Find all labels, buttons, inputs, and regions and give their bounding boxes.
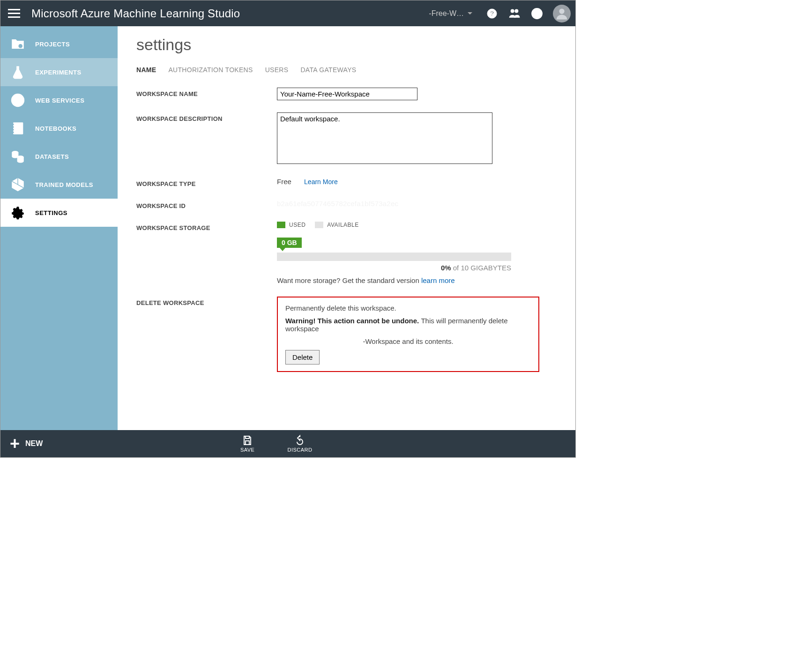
storage-want-more: Want more storage? Get the standard vers… bbox=[277, 276, 421, 284]
sidebar-item-web-services[interactable]: WEB SERVICES bbox=[0, 86, 118, 114]
menu-hamburger-button[interactable] bbox=[8, 5, 25, 22]
delete-permanent-text: Permanently delete this workspace. bbox=[285, 304, 531, 312]
storage-percent: 0% bbox=[441, 264, 451, 272]
settings-tabs: NAME AUTHORIZATION TOKENS USERS DATA GAT… bbox=[136, 66, 557, 74]
tab-authorization-tokens[interactable]: AUTHORIZATION TOKENS bbox=[168, 66, 253, 74]
sidebar-item-label: DATASETS bbox=[35, 153, 69, 160]
tab-data-gateways[interactable]: DATA GATEWAYS bbox=[300, 66, 356, 74]
sidebar-item-label: EXPERIMENTS bbox=[35, 69, 82, 76]
people-icon[interactable] bbox=[506, 5, 523, 22]
sidebar-item-label: SETTINGS bbox=[35, 209, 67, 216]
content-area: settings NAME AUTHORIZATION TOKENS USERS… bbox=[118, 26, 575, 430]
delete-warning-bold: Warning! This action cannot be undone. bbox=[285, 317, 421, 325]
top-bar: Microsoft Azure Machine Learning Studio … bbox=[0, 0, 575, 26]
discard-label: DISCARD bbox=[287, 447, 312, 453]
sidebar-item-trained-models[interactable]: TRAINED MODELS bbox=[0, 171, 118, 199]
storage-legend-available: AVAILABLE bbox=[327, 222, 358, 228]
svg-rect-19 bbox=[246, 441, 249, 445]
storage-caption: 0% of 10 GIGABYTES bbox=[277, 264, 511, 272]
delete-button[interactable]: Delete bbox=[285, 350, 320, 364]
svg-rect-9 bbox=[20, 44, 21, 46]
workspace-type-label: WORKSPACE TYPE bbox=[136, 178, 277, 187]
available-swatch-icon bbox=[315, 222, 323, 228]
sidebar-item-projects[interactable]: PROJECTS bbox=[0, 30, 118, 58]
used-swatch-icon bbox=[277, 222, 285, 228]
save-button[interactable]: SAVE bbox=[240, 435, 255, 453]
cube-icon bbox=[9, 177, 27, 193]
workspace-name-label: WORKSPACE NAME bbox=[136, 88, 277, 97]
svg-point-4 bbox=[532, 8, 542, 19]
app-title: Microsoft Azure Machine Learning Studio bbox=[31, 7, 240, 20]
flask-icon bbox=[9, 64, 27, 80]
storage-used-badge: 0 GB bbox=[277, 238, 302, 248]
page-title: settings bbox=[136, 36, 557, 54]
storage-total: of 10 GIGABYTES bbox=[451, 264, 511, 272]
smile-icon[interactable] bbox=[529, 5, 545, 22]
workspace-description-input[interactable] bbox=[277, 112, 492, 164]
plus-icon: + bbox=[10, 435, 20, 452]
workspace-dropdown[interactable]: -Free-W… bbox=[429, 9, 472, 18]
gear-icon bbox=[9, 205, 27, 221]
new-button-label: NEW bbox=[25, 439, 43, 448]
delete-workspace-panel: Permanently delete this workspace. Warni… bbox=[277, 297, 539, 372]
database-icon bbox=[9, 149, 27, 164]
tab-users[interactable]: USERS bbox=[265, 66, 289, 74]
sidebar-item-label: TRAINED MODELS bbox=[35, 181, 93, 188]
svg-rect-12 bbox=[12, 124, 14, 125]
workspace-name-input[interactable] bbox=[277, 88, 417, 100]
discard-icon bbox=[294, 435, 305, 446]
svg-point-6 bbox=[538, 12, 539, 13]
workspace-storage-label: WORKSPACE STORAGE bbox=[136, 222, 277, 231]
sidebar-item-experiments[interactable]: EXPERIMENTS bbox=[0, 58, 118, 86]
workspace-type-value: Free bbox=[277, 178, 291, 186]
delete-warning-line2: -Workspace and its contents. bbox=[285, 337, 531, 345]
globe-icon bbox=[9, 92, 27, 108]
sidebar: PROJECTS EXPERIMENTS WEB SERVICES NOTEBO… bbox=[0, 26, 118, 430]
svg-rect-18 bbox=[246, 436, 249, 439]
chevron-down-icon bbox=[468, 12, 472, 15]
sidebar-item-datasets[interactable]: DATASETS bbox=[0, 142, 118, 171]
svg-point-5 bbox=[535, 12, 536, 13]
sidebar-item-label: WEB SERVICES bbox=[35, 97, 84, 104]
save-icon bbox=[242, 435, 253, 446]
svg-point-2 bbox=[511, 9, 514, 13]
svg-rect-11 bbox=[13, 122, 23, 134]
avatar[interactable] bbox=[553, 5, 571, 22]
delete-warning-text: Warning! This action cannot be undone. T… bbox=[285, 317, 531, 333]
sidebar-item-label: PROJECTS bbox=[35, 41, 70, 48]
sidebar-item-label: NOTEBOOKS bbox=[35, 125, 76, 132]
svg-text:?: ? bbox=[490, 9, 494, 17]
workspace-dropdown-label: -Free-W… bbox=[429, 9, 464, 18]
workspace-description-label: WORKSPACE DESCRIPTION bbox=[136, 112, 277, 122]
storage-legend-used: USED bbox=[289, 222, 305, 228]
storage-learn-more-link[interactable]: learn more bbox=[421, 276, 455, 284]
workspace-type-learn-more-link[interactable]: Learn More bbox=[304, 178, 338, 186]
workspace-id-label: WORKSPACE ID bbox=[136, 200, 277, 209]
sidebar-item-notebooks[interactable]: NOTEBOOKS bbox=[0, 114, 118, 142]
delete-workspace-label: DELETE WORKSPACE bbox=[136, 297, 277, 306]
svg-point-3 bbox=[515, 9, 518, 13]
svg-rect-14 bbox=[12, 129, 14, 130]
svg-rect-15 bbox=[12, 132, 14, 133]
bottom-bar: + NEW SAVE DISCARD bbox=[0, 430, 575, 457]
storage-bar bbox=[277, 253, 511, 261]
save-label: SAVE bbox=[240, 447, 255, 453]
tab-name[interactable]: NAME bbox=[136, 66, 156, 74]
workspace-id-value: b2a61efa5077465782cefa1bf573a2ec bbox=[277, 200, 398, 208]
folder-icon bbox=[9, 36, 27, 52]
new-button[interactable]: + NEW bbox=[0, 435, 52, 452]
svg-rect-13 bbox=[12, 126, 14, 128]
notebook-icon bbox=[9, 120, 27, 136]
help-icon[interactable]: ? bbox=[484, 5, 500, 22]
discard-button[interactable]: DISCARD bbox=[287, 435, 312, 453]
sidebar-item-settings[interactable]: SETTINGS bbox=[0, 199, 118, 227]
svg-point-7 bbox=[559, 8, 564, 14]
storage-legend: USED AVAILABLE bbox=[277, 222, 557, 228]
